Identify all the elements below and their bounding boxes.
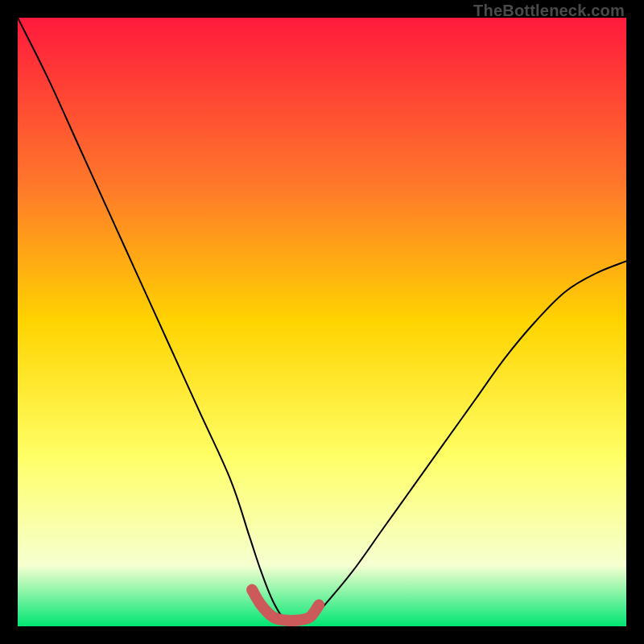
outer-frame: TheBottleneck.com <box>0 0 644 644</box>
bottleneck-chart <box>18 18 626 626</box>
plot-area <box>18 18 626 626</box>
